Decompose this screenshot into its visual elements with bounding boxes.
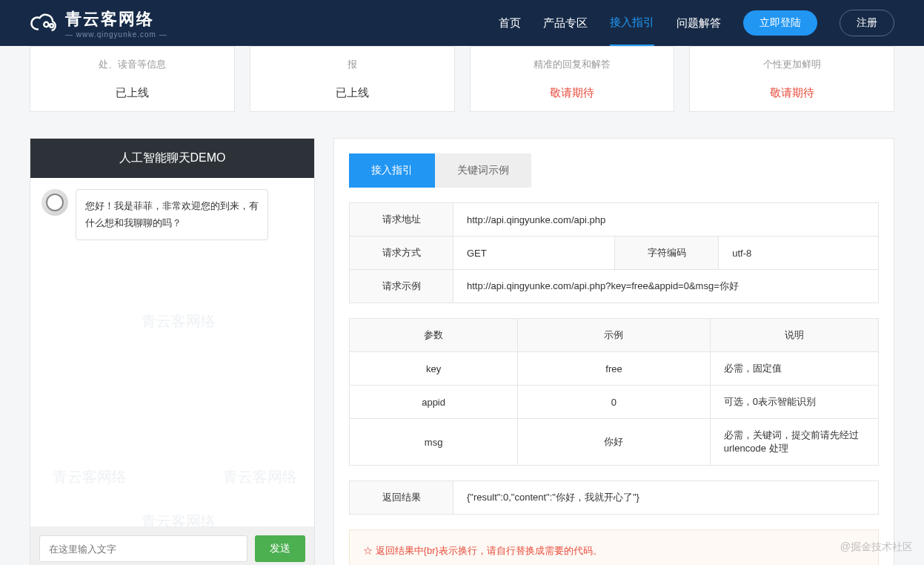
label: 请求方式 [350, 237, 453, 270]
note: ☆ 返回结果中{br}表示换行，请自行替换成需要的代码。 [363, 541, 865, 561]
note: ☆ 为保证接口稳定，调用频率请控制在200次/10分钟内，我们正在努力提供更稳定… [363, 561, 865, 565]
logo[interactable]: 青云客网络 — www.qingyunke.com — [30, 8, 167, 39]
nav-faq[interactable]: 问题解答 [677, 1, 721, 45]
label: 请求示例 [350, 270, 453, 303]
tab-keywords[interactable]: 关键词示例 [435, 153, 531, 188]
chat-panel: 人工智能聊天DEMO 您好！我是菲菲，非常欢迎您的到来，有什么想和我聊聊的吗？ … [30, 138, 315, 565]
nav-home[interactable]: 首页 [499, 1, 521, 45]
chat-bubble: 您好！我是菲菲，非常欢迎您的到来，有什么想和我聊聊的吗？ [76, 189, 268, 240]
col-desc: 说明 [710, 319, 878, 352]
feature-card: 处、读音等信息 已上线 [30, 46, 235, 112]
brand-sub: — www.qingyunke.com — [65, 30, 167, 39]
card-status: 已上线 [41, 86, 223, 100]
table-row: keyfree必需，固定值 [350, 352, 879, 386]
value: http://api.qingyunke.com/api.php?key=fre… [453, 270, 879, 303]
watermark: 青云客网络 [223, 467, 297, 487]
label: 返回结果 [350, 481, 453, 515]
nav-guide[interactable]: 接入指引 [610, 1, 654, 46]
chat-message: 您好！我是菲菲，非常欢迎您的到来，有什么想和我聊聊的吗？ [41, 189, 303, 240]
feature-card: 精准的回复和解答 敬请期待 [470, 46, 675, 112]
card-status: 敬请期待 [701, 86, 883, 100]
card-status: 已上线 [262, 86, 443, 100]
tab-guide[interactable]: 接入指引 [349, 153, 435, 188]
card-desc: 处、读音等信息 [41, 58, 223, 71]
card-status: 敬请期待 [482, 86, 663, 100]
notes-box: ☆ 返回结果中{br}表示换行，请自行替换成需要的代码。 ☆ 为保证接口稳定，调… [349, 529, 879, 565]
label: 请求地址 [350, 203, 453, 237]
feature-card: 个性更加鲜明 敬请期待 [689, 46, 894, 112]
corner-watermark: @掘金技术社区 [840, 541, 913, 554]
chat-input[interactable] [39, 535, 247, 562]
col-example: 示例 [518, 319, 711, 352]
value: {"result":0,"content":"你好，我就开心了"} [453, 481, 879, 515]
col-param: 参数 [350, 319, 518, 352]
card-desc: 精准的回复和解答 [482, 58, 663, 71]
card-desc: 个性更加鲜明 [701, 58, 883, 71]
label: 字符编码 [615, 237, 719, 270]
register-button[interactable]: 注册 [840, 10, 894, 36]
send-button[interactable]: 发送 [255, 535, 305, 562]
value: GET [453, 237, 615, 270]
chat-title: 人工智能聊天DEMO [30, 139, 314, 178]
return-table: 返回结果{"result":0,"content":"你好，我就开心了"} [349, 480, 879, 515]
value: http://api.qingyunke.com/api.php [453, 203, 879, 237]
request-table: 请求地址http://api.qingyunke.com/api.php 请求方… [349, 202, 879, 303]
bot-avatar [41, 189, 68, 216]
value: utf-8 [719, 237, 879, 270]
brand-name: 青云客网络 [65, 8, 167, 30]
param-table: 参数 示例 说明 keyfree必需，固定值 appid0可选，0表示智能识别 … [349, 318, 879, 466]
card-desc: 报 [262, 58, 443, 71]
watermark: 青云客网络 [142, 311, 216, 331]
table-row: msg你好必需，关键词，提交前请先经过 urlencode 处理 [350, 419, 879, 466]
login-button[interactable]: 立即登陆 [743, 10, 817, 36]
table-row: appid0可选，0表示智能识别 [350, 386, 879, 419]
content-panel: 接入指引 关键词示例 请求地址http://api.qingyunke.com/… [333, 138, 894, 565]
nav-products[interactable]: 产品专区 [543, 1, 588, 45]
cloud-icon [30, 12, 59, 34]
watermark: 青云客网络 [53, 467, 127, 487]
feature-card: 报 已上线 [250, 46, 455, 112]
